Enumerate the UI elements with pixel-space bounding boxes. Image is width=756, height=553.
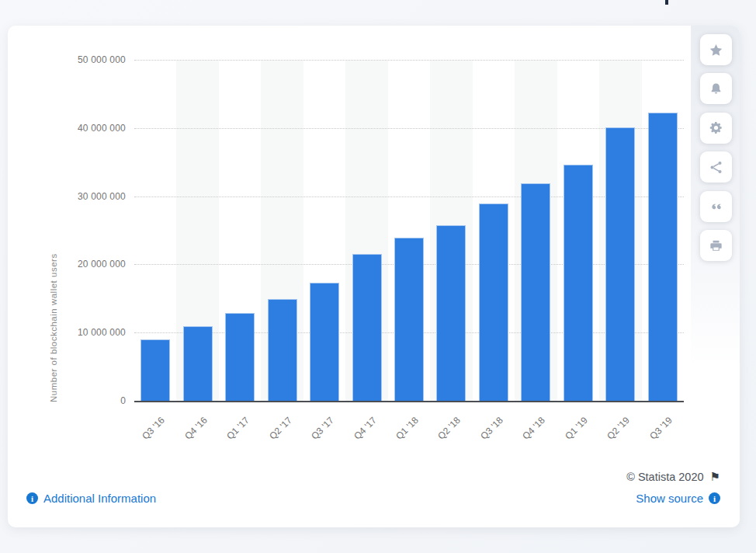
bar-q4-17[interactable] [352,254,382,401]
bar-q3-17[interactable] [310,283,339,401]
gridline [134,128,684,129]
y-axis-tick-label: 20 000 000 [8,258,126,270]
bar-q4-18[interactable] [521,183,550,401]
bar-q2-17[interactable] [268,299,297,401]
bar-q1-19[interactable] [564,165,593,401]
x-axis-label: Q4 '16 [182,415,210,442]
x-axis-label: Q1 '19 [563,415,590,442]
show-source-link[interactable]: Show source i [636,492,720,505]
x-axis-label: Q4 '18 [521,415,548,442]
y-axis-tick-label: 30 000 000 [8,190,126,203]
y-axis-tick-label: 50 000 000 [8,54,126,66]
chart-card: Number of blockchain wallet users 50 000… [8,26,740,527]
copyright: © Statista 2020 ⚑ [626,470,720,484]
x-axis-label: Q2 '17 [267,415,294,442]
x-axis-label: Q3 '17 [309,415,336,442]
bar-q3-19[interactable] [648,113,678,401]
x-axis-baseline [134,401,684,402]
bar-q2-19[interactable] [605,127,635,401]
info-icon: i [709,492,720,504]
x-axis-label: Q3 '18 [478,415,505,442]
bar-q4-16[interactable] [183,326,213,401]
bar-q1-17[interactable] [225,313,255,401]
y-axis-title: Number of blockchain wallet users [49,60,58,402]
x-axis-label: Q2 '18 [436,415,463,442]
bar-q3-18[interactable] [479,203,508,401]
chart-region: Number of blockchain wallet users 50 000… [8,26,740,527]
gridline [134,197,684,197]
bar-q2-18[interactable] [436,225,466,401]
additional-information-link[interactable]: i Additional Information [26,492,156,505]
y-axis-tick-label: 0 [8,395,126,407]
x-axis-label: Q1 '18 [394,415,421,442]
info-icon: i [26,492,38,504]
x-axis-label: Q1 '17 [224,415,251,442]
show-source-label: Show source [636,492,703,505]
gridline [134,60,684,61]
bar-q3-16[interactable] [140,339,170,401]
y-axis-tick-label: 10 000 000 [8,326,126,339]
y-axis-tick-label: 40 000 000 [8,122,126,134]
x-axis-label: Q3 '19 [647,415,675,442]
x-axis-label: Q2 '19 [605,415,633,442]
x-axis-label: Q4 '17 [352,415,379,442]
bar-q1-18[interactable] [394,238,424,401]
x-axis-label: Q3 '16 [140,415,167,442]
plot-area [134,60,684,402]
additional-information-label: Additional Information [43,492,156,505]
copyright-text: © Statista 2020 [626,471,703,483]
cropped-title-fragment [665,0,668,5]
flag-icon: ⚑ [710,470,720,484]
